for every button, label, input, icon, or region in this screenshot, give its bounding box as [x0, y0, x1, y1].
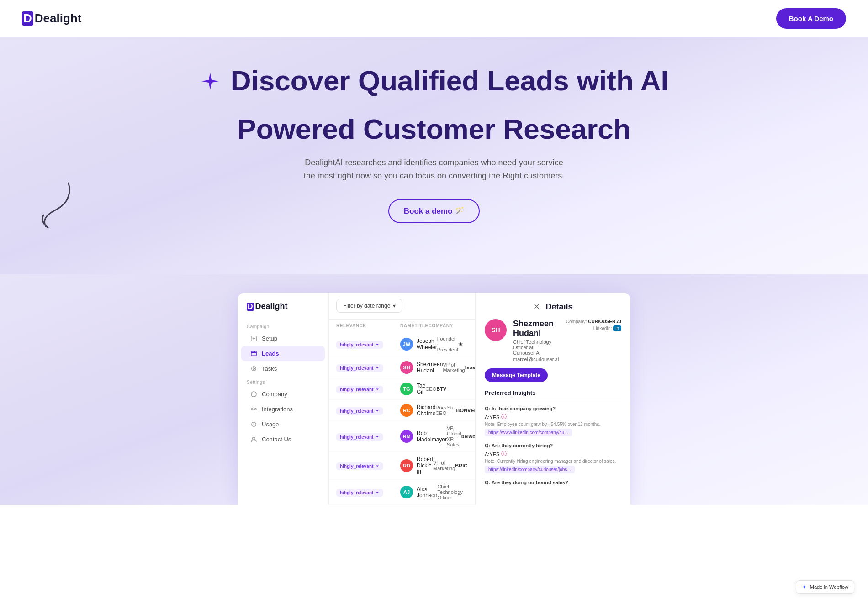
insight-item: Q: Are they currently hiring?A:YES ⓘNote…	[485, 443, 621, 473]
svg-point-8	[253, 437, 255, 440]
sidebar-item-setup[interactable]: Setup	[241, 331, 325, 346]
relevance-cell: hihgly_relevant	[336, 488, 400, 497]
avatar: SH	[400, 361, 413, 374]
logo-text: Dealight	[35, 11, 82, 26]
hero-subtitle-line2: the most right now so you can focus on c…	[304, 171, 564, 180]
filter-date-button[interactable]: Filter by date range ▾	[336, 299, 402, 313]
book-demo-button[interactable]: Book A Demo	[776, 8, 846, 29]
leads-table: RELEVANCE NAME TITLE COMPANY hihgly_rele…	[329, 320, 475, 505]
insight-answer: A:YES ⓘ	[485, 450, 621, 458]
sidebar-tasks-label: Tasks	[262, 365, 277, 372]
insight-link[interactable]: https://www.linkedin.com/company/cu...	[485, 429, 572, 436]
sidebar-item-integrations[interactable]: Integrations	[241, 402, 325, 417]
insight-answer: A:YES ⓘ	[485, 413, 621, 421]
company-logo: BTV	[436, 386, 446, 392]
title-cell: VP of Marketing	[443, 362, 465, 373]
table-header: RELEVANCE NAME TITLE COMPANY	[329, 320, 475, 332]
person-name: Richard Chalme	[417, 404, 435, 417]
title-cell: RockStar CEO	[435, 405, 456, 416]
company-logo: ★	[458, 341, 463, 347]
table-row: hihgly_relevant JW Joseph Wheeler Founde…	[329, 332, 475, 357]
details-title: Details	[545, 302, 572, 312]
company-cell: ★	[458, 341, 475, 347]
relevance-badge[interactable]: hihgly_relevant	[336, 364, 383, 372]
relevance-badge[interactable]: hihgly_relevant	[336, 462, 383, 470]
company-value-text: CURIOUSER.AI	[588, 319, 621, 324]
close-icon[interactable]: ✕	[533, 302, 540, 312]
sidebar-item-usage[interactable]: Usage	[241, 417, 325, 432]
details-panel: ✕ Details SH Shezmeen Hudani Chief Techn…	[475, 293, 630, 505]
dashboard-wrap: DDealight Campaign Setup Leads Tasks Set…	[0, 274, 868, 505]
table-row: hihgly_relevant AJ Alex Johnson Chief Te…	[329, 480, 475, 505]
person-name: Alex Johnson	[417, 486, 437, 498]
table-row: hihgly_relevant SH Shezmeen Hudani VP of…	[329, 357, 475, 378]
svg-point-3	[253, 368, 255, 370]
person-name: Joseph Wheeler	[417, 338, 437, 351]
hero-title-wrap: Discover Qualified Leads with AI	[18, 64, 850, 102]
sidebar-item-leads[interactable]: Leads	[241, 346, 325, 361]
person-meta: Company: CURIOUSER.AI LinkedIn: in	[566, 319, 621, 331]
insight-question: Q: Are they doing outbound sales?	[485, 480, 621, 485]
relevance-cell: hihgly_relevant	[336, 406, 400, 415]
title-cell: VP, Global XR Sales	[447, 425, 461, 447]
company-cell: BTV	[436, 386, 475, 392]
person-details-text: Shezmeen Hudani Chief Technology Officer…	[513, 319, 560, 362]
sidebar-logo: DDealight	[238, 302, 328, 320]
insight-item: Q: Are they doing outbound sales?	[485, 480, 621, 485]
insight-note: Note: Currently hiring engineering manag…	[485, 459, 621, 464]
person-avatar: SH	[485, 319, 507, 341]
hero-subtitle-line1: DealightAI researches and identifies com…	[305, 158, 563, 167]
linkedin-badge[interactable]: in	[613, 325, 621, 331]
sidebar-item-contact-us[interactable]: Contact Us	[241, 432, 325, 447]
relevance-badge[interactable]: hihgly_relevant	[336, 341, 383, 349]
avatar: RD	[400, 459, 413, 472]
table-row: hihgly_relevant RM Rob Madelmayer VP, Gl…	[329, 421, 475, 452]
insights-container: Q: Is their company growing?A:YES ⓘNote:…	[485, 406, 621, 485]
company-cell: BONVERA	[456, 408, 475, 413]
relevance-badge[interactable]: hihgly_relevant	[336, 386, 383, 393]
insight-link[interactable]: https://linkedin/company/curiouser/jobs.…	[485, 466, 575, 473]
message-template-button[interactable]: Message Template	[485, 368, 548, 382]
hero-section: Discover Qualified Leads with AI Powered…	[0, 37, 868, 274]
svg-point-5	[251, 409, 253, 410]
title-cell: CEO	[425, 386, 436, 392]
insight-note: Note: Employee count grew by ~54.55% ove…	[485, 422, 621, 427]
svg-rect-1	[251, 351, 256, 356]
relevance-badge[interactable]: hihgly_relevant	[336, 407, 383, 415]
relevance-badge[interactable]: hihgly_relevant	[336, 489, 383, 497]
person-cell: JW Joseph Wheeler	[400, 338, 437, 351]
title-cell: VP of Marketing	[433, 460, 455, 471]
relevance-badge[interactable]: hihgly_relevant	[336, 433, 383, 441]
person-info: SH Shezmeen Hudani Chief Technology Offi…	[485, 319, 621, 362]
hero-title-line1: Discover Qualified Leads with AI	[231, 65, 669, 96]
filter-label: Filter by date range	[343, 303, 390, 309]
svg-point-6	[254, 409, 256, 410]
sidebar-item-company[interactable]: Company	[241, 387, 325, 402]
hero-subtitle: DealightAI researches and identifies com…	[18, 156, 850, 183]
person-details-email: marcel@curiouser.ai	[513, 357, 560, 362]
sidebar-item-tasks[interactable]: Tasks	[241, 361, 325, 376]
col-company: COMPANY	[429, 323, 470, 328]
person-name: Shezmeen Hudani	[417, 361, 443, 374]
linkedin-label: LinkedIn: in	[566, 325, 621, 331]
dashboard: DDealight Campaign Setup Leads Tasks Set…	[238, 293, 630, 505]
hero-title-line2: Powered Customer Research	[237, 113, 630, 145]
sidebar-logo-d: D	[247, 303, 254, 311]
col-title: TITLE	[414, 323, 428, 328]
linkedin-label-text: LinkedIn:	[593, 326, 612, 331]
person-name: Tae Gil	[417, 383, 425, 395]
sidebar-usage-label: Usage	[262, 421, 279, 428]
hero-cta-button[interactable]: Book a demo 🪄	[388, 199, 480, 223]
company-label: Company: CURIOUSER.AI	[566, 319, 621, 324]
chevron-down-icon: ▾	[393, 303, 396, 309]
title-cell: Founder · President	[437, 336, 458, 352]
sidebar-setup-label: Setup	[262, 335, 277, 342]
person-cell: TG Tae Gil	[400, 383, 425, 395]
relevance-cell: hihgly_relevant	[336, 461, 400, 470]
company-cell: belwo	[461, 434, 475, 439]
company-logo: BONVERA	[456, 408, 475, 413]
leads-main-content: Filter by date range ▾ RELEVANCE NAME TI…	[329, 293, 475, 505]
svg-point-4	[251, 392, 256, 397]
person-cell: AJ Alex Johnson	[400, 486, 437, 498]
person-details-name: Shezmeen Hudani	[513, 319, 560, 338]
